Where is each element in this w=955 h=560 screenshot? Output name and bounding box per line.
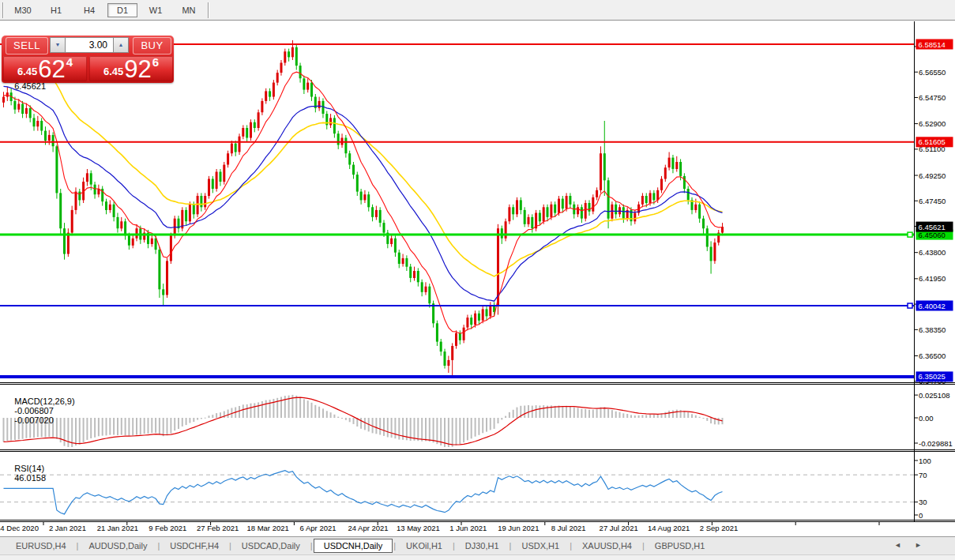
macd-value: -0.006807 [14,406,54,415]
mt4-window: M30H1H4D1W1MN 6.583506.565506.547506.529… [0,0,955,560]
timeframe-button-w1[interactable]: W1 [141,3,171,17]
sell-price-main: 62 [38,59,65,79]
tab-gbpusd-h1[interactable]: GBPUSD,H1 [645,539,715,552]
date-axis-label: 2 Jan 2021 [49,524,86,532]
timeframe-button-h1[interactable]: H1 [41,3,71,17]
date-axis-label: 9 Feb 2021 [149,524,186,532]
buy-price-prefix: 6.45 [103,66,123,77]
timeframe-button-d1[interactable]: D1 [107,3,137,17]
toolbar-separator [2,2,4,18]
timeframe-button-mn[interactable]: MN [174,3,204,17]
svg-text:6.47450: 6.47450 [919,197,946,205]
svg-text:6.38350: 6.38350 [919,325,946,334]
tab-usdcnh-daily[interactable]: USDCNH,Daily [314,539,393,553]
date-axis-label: 21 Jan 2021 [97,524,138,532]
svg-text:0.00: 0.00 [919,414,934,423]
timeframe-buttons: M30H1H4D1W1MN [6,3,205,17]
svg-text:6.54750: 6.54750 [919,93,946,102]
svg-text:6.58514: 6.58514 [919,40,946,49]
price-axis-badge: 6.45621 [916,222,953,232]
rsi-indicator-title: RSI(14) 46.0158 [5,454,46,492]
svg-text:6.45621: 6.45621 [919,223,946,231]
svg-text:100: 100 [919,457,931,465]
buy-price-main: 92 [124,59,151,79]
tab-xauusd-h4[interactable]: XAUUSD,H4 [573,539,641,552]
tab-usdchf-h4[interactable]: USDCHF,H4 [160,539,228,552]
chart-canvas[interactable]: 6.583506.565506.547506.529006.511006.492… [0,21,955,536]
macd-signal-line [4,397,723,445]
sell-price-quote[interactable]: 6.45 62 4 [3,56,87,81]
volume-input[interactable] [66,37,113,53]
trade-panel-top-row: SELL ▼ ▲ BUY [2,36,174,55]
chart-tab-bar: EURUSD,H4|AUDUSD,Daily|USDCHF,H4|USDCAD,… [0,536,955,554]
svg-text:0.025108: 0.025108 [919,391,950,400]
tab-separator: | [157,541,160,551]
tab-separator: | [393,541,396,551]
svg-text:6.43800: 6.43800 [919,248,946,257]
volume-stepper: ▼ ▲ [50,37,129,53]
date-axis-label: 24 Apr 2021 [348,524,388,532]
rsi-line [4,471,723,514]
date-axis-label: 1 Jun 2021 [449,524,487,532]
timeframe-button-m30[interactable]: M30 [8,3,38,17]
timeframe-toolbar: M30H1H4D1W1MN [0,0,955,21]
date-axis-label: 27 Feb 2021 [197,524,239,532]
price-axis-badge: 6.58514 [916,39,953,50]
tab-scroll-left-icon[interactable]: ◄ [894,541,901,549]
date-axis-label: 2 Sep 2021 [700,524,739,532]
bear-candles [10,44,712,368]
tab-dj30-h1[interactable]: DJ30,H1 [456,539,509,552]
price-axis-badge: 6.40042 [916,301,953,311]
date-axis-label: 14 Dec 2020 [0,524,39,532]
tab-separator: | [310,541,313,551]
price-level-line[interactable] [0,303,915,308]
rsi-value: 46.0158 [14,473,46,483]
timeframe-button-h4[interactable]: H4 [74,3,104,17]
svg-text:6.40042: 6.40042 [919,302,946,310]
tab-separator: | [77,541,79,551]
svg-text:6.51605: 6.51605 [919,137,946,146]
svg-text:6.56550: 6.56550 [919,68,946,77]
buy-price-quote[interactable]: 6.45 92 6 [89,56,173,81]
rsi-label: RSI(14) [14,464,44,473]
date-axis-label: 18 Mar 2021 [246,524,288,532]
date-axis-label: 6 Apr 2021 [300,524,337,532]
tab-separator: | [229,541,231,551]
tab-usdx-h1[interactable]: USDX,H1 [512,539,569,552]
volume-increase-button[interactable]: ▲ [113,37,129,53]
ma-mid-line [4,86,723,301]
svg-text:6.35025: 6.35025 [919,372,946,381]
one-click-trade-panel: SELL ▼ ▲ BUY 6.45 62 4 6.45 92 6 [2,36,174,83]
svg-text:0: 0 [919,511,923,520]
chart-tabs: EURUSD,H4|AUDUSD,Daily|USDCHF,H4|USDCAD,… [6,539,714,553]
sell-button[interactable]: SELL [6,37,48,54]
date-axis-label: 13 May 2021 [397,524,440,532]
svg-text:-0.029881: -0.029881 [919,439,953,448]
price-axis-badge: 6.35025 [916,371,953,381]
date-axis-label: 19 Jun 2021 [498,524,539,532]
macd-signal-value: -0.007020 [14,415,54,425]
macd-indicator-title: MACD(12,26,9) -0.006807 -0.007020 [5,387,75,434]
date-axis-label: 8 Jul 2021 [551,524,586,532]
macd-histogram [3,395,724,447]
date-axis-label: 14 Aug 2021 [648,524,690,532]
tab-audusd-daily[interactable]: AUDUSD,Daily [79,539,156,552]
tab-separator: | [642,541,645,551]
macd-label: MACD(12,26,9) [14,397,74,406]
tab-usdcad-daily[interactable]: USDCAD,Daily [232,539,310,552]
tab-separator: | [570,541,572,551]
spin-down-icon: ▼ [55,42,61,47]
tab-ukoil-h1[interactable]: UKOil,H1 [397,539,452,552]
tab-separator: | [509,541,512,551]
date-axis-label: 27 Jul 2021 [600,524,638,532]
sell-price-prefix: 6.45 [17,66,37,77]
sell-price-pip: 4 [66,54,73,69]
tab-eurusd-h4[interactable]: EURUSD,H4 [6,539,76,552]
buy-button[interactable]: BUY [133,37,171,54]
volume-decrease-button[interactable]: ▼ [50,37,66,53]
svg-text:6.41950: 6.41950 [919,274,946,283]
ma-fast-line [4,72,723,333]
spin-up-icon: ▲ [118,42,124,47]
svg-text:70: 70 [919,471,927,479]
tab-scroll-right-icon[interactable]: ► [915,541,922,549]
